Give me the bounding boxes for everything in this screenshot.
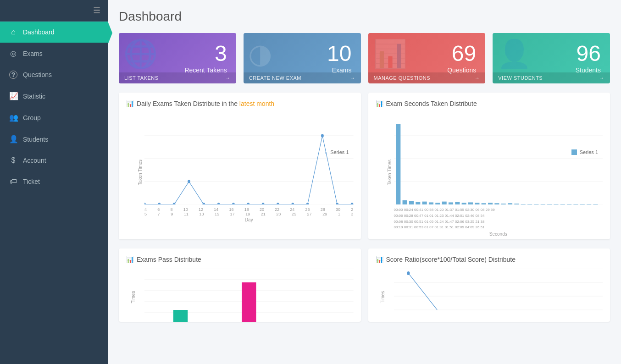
questions-bg-icon: 📊 <box>373 38 407 70</box>
sidebar-label-dashboard: Dashboard <box>23 28 55 36</box>
sidebar-item-students[interactable]: 👤 Students <box>0 128 108 150</box>
sidebar-item-dashboard[interactable]: ⌂ Dashboard <box>0 22 108 43</box>
pass-chart-svg: 50 40 30 <box>144 269 354 322</box>
seconds-chart-card: 📊 Exam Seconds Taken Distribute Taken Ti… <box>368 93 610 239</box>
svg-point-15 <box>217 203 220 204</box>
svg-rect-47 <box>475 203 479 204</box>
score-chart-title-text: Score Ratio(score*100/Total Score) Distr… <box>386 256 516 263</box>
svg-rect-56 <box>534 204 538 204</box>
svg-rect-48 <box>481 203 486 204</box>
takens-arrow-icon: → <box>225 75 231 81</box>
score-chart-title: 📊 Score Ratio(score*100/Total Score) Dis… <box>376 256 603 263</box>
stat-card-students[interactable]: 👤 96 Students VIEW STUDENTS → <box>493 33 610 83</box>
svg-rect-60 <box>560 204 565 204</box>
svg-point-10 <box>144 203 146 204</box>
svg-rect-37 <box>409 201 413 204</box>
takens-bg-icon: 🌐 <box>123 38 158 70</box>
pass-chart-title-text: Exams Pass Distribute <box>137 256 201 263</box>
exams-arrow-icon: → <box>350 75 355 81</box>
stat-card-questions[interactable]: 📊 69 Questions MANAGE QUESTIONS → <box>368 33 486 83</box>
daily-chart-svg: 4 3 2 1 0 <box>144 113 354 204</box>
takens-footer[interactable]: LIST TAKENS → <box>119 72 236 83</box>
svg-point-24 <box>351 203 354 204</box>
seconds-y-axis-label: Taken Times <box>387 160 392 185</box>
sidebar-label-ticket: Ticket <box>23 178 40 185</box>
daily-exams-chart-title: 📊 Daily Exams Taken Distribute in the la… <box>126 100 354 107</box>
seconds-x-axis-label: Seconds <box>394 232 603 237</box>
svg-point-22 <box>321 134 324 137</box>
svg-rect-58 <box>547 204 552 204</box>
sidebar-item-exams[interactable]: ◎ Exams <box>0 43 108 64</box>
pass-chart-card: 📊 Exams Pass Distribute Times 50 40 30 <box>119 248 361 322</box>
exams-number: 10 <box>327 43 351 65</box>
daily-y-axis-label: Taken Times <box>138 160 143 185</box>
chart-bar-icon: 📊 <box>126 100 134 107</box>
page-title: Dashboard <box>119 9 610 24</box>
sidebar-nav: ⌂ Dashboard ◎ Exams ? Questions 📈 Statis… <box>0 22 108 364</box>
svg-rect-39 <box>422 202 427 204</box>
exams-icon: ◎ <box>9 49 17 58</box>
sidebar-label-questions: Questions <box>23 71 52 78</box>
svg-rect-42 <box>442 202 446 204</box>
daily-x-axis-label: Day <box>144 217 354 222</box>
svg-rect-59 <box>554 204 558 204</box>
svg-rect-40 <box>428 202 433 204</box>
svg-point-23 <box>336 203 338 204</box>
account-icon: $ <box>9 156 17 165</box>
questions-footer[interactable]: MANAGE QUESTIONS → <box>368 72 486 83</box>
stat-card-takens[interactable]: 🌐 3 Recent Takens LIST TAKENS → <box>119 33 236 83</box>
stats-row: 🌐 3 Recent Takens LIST TAKENS → ◑ 10 Exa… <box>119 33 610 83</box>
score-chart-svg: 40 20 <box>394 269 603 322</box>
svg-point-21 <box>306 203 309 204</box>
sidebar-item-account[interactable]: $ Account <box>0 150 108 171</box>
pass-chart-title: 📊 Exams Pass Distribute <box>126 256 354 263</box>
svg-rect-52 <box>507 203 512 204</box>
charts-row-2: 📊 Exams Pass Distribute Times 50 40 30 <box>119 248 610 322</box>
svg-point-18 <box>262 203 265 204</box>
seconds-chart-svg: 40 30 20 10 0 <box>394 113 603 204</box>
home-icon: ⌂ <box>9 28 17 36</box>
svg-rect-53 <box>514 204 519 204</box>
svg-point-16 <box>232 203 235 204</box>
svg-point-13 <box>188 180 190 183</box>
students-bg-icon: 👤 <box>497 38 532 70</box>
students-footer[interactable]: VIEW STUDENTS → <box>493 72 610 83</box>
sidebar-item-questions[interactable]: ? Questions <box>0 64 108 85</box>
sidebar-item-statistic[interactable]: 📈 Statistic <box>0 85 108 107</box>
chart-bar-icon-4: 📊 <box>376 256 383 263</box>
svg-rect-43 <box>448 202 453 204</box>
questions-number: 69 <box>452 43 476 65</box>
charts-row-1: 📊 Daily Exams Taken Distribute in the la… <box>119 93 610 239</box>
sidebar-label-students: Students <box>23 136 48 143</box>
svg-rect-54 <box>521 204 525 204</box>
exams-bg-icon: ◑ <box>248 38 272 70</box>
daily-exams-chart-card: 📊 Daily Exams Taken Distribute in the la… <box>119 93 361 239</box>
svg-point-19 <box>277 203 279 204</box>
seconds-x-labels: 00:00 00:24 00:41 00:58 01:20 01:37 01:5… <box>394 207 603 231</box>
svg-rect-65 <box>593 204 598 204</box>
stat-card-exams[interactable]: ◑ 10 Exams CREATE NEW EXAM → <box>244 33 361 83</box>
svg-rect-45 <box>461 203 466 204</box>
seconds-chart-title: 📊 Exam Seconds Taken Distribute <box>376 100 603 107</box>
svg-point-17 <box>247 203 250 204</box>
svg-rect-51 <box>501 204 505 204</box>
chart-bar-icon-3: 📊 <box>126 256 134 263</box>
svg-rect-55 <box>527 204 532 204</box>
pass-y-label: Times <box>131 291 136 303</box>
svg-point-84 <box>407 271 410 275</box>
seconds-legend: Series 1 <box>571 149 598 155</box>
score-y-label: Times <box>380 291 385 303</box>
hamburger-icon[interactable]: ☰ <box>93 6 100 16</box>
sidebar-label-account: Account <box>23 157 46 164</box>
svg-rect-36 <box>402 200 407 204</box>
svg-rect-49 <box>488 203 492 204</box>
svg-rect-57 <box>540 204 545 204</box>
svg-rect-63 <box>580 204 584 204</box>
svg-rect-46 <box>468 202 472 204</box>
svg-rect-44 <box>455 202 460 204</box>
svg-rect-61 <box>567 204 571 204</box>
sidebar-item-ticket[interactable]: 🏷 Ticket <box>0 171 108 192</box>
sidebar-item-group[interactable]: 👥 Group <box>0 107 108 128</box>
svg-rect-41 <box>435 203 440 204</box>
exams-footer[interactable]: CREATE NEW EXAM → <box>244 72 361 83</box>
